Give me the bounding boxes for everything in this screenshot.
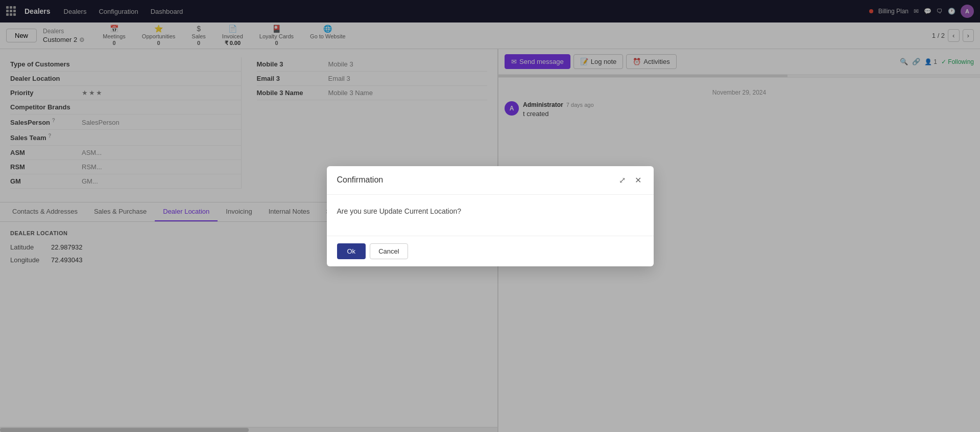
modal-message: Are you sure Update Current Location? — [337, 207, 643, 215]
modal-overlay: Confirmation ⤢ ✕ Are you sure Update Cur… — [0, 0, 980, 432]
modal-header-icons: ⤢ ✕ — [617, 174, 643, 186]
modal-body: Are you sure Update Current Location? — [327, 195, 654, 236]
modal-cancel-button[interactable]: Cancel — [370, 243, 408, 259]
modal-close-button[interactable]: ✕ — [633, 174, 643, 186]
confirmation-modal: Confirmation ⤢ ✕ Are you sure Update Cur… — [327, 166, 654, 266]
modal-ok-button[interactable]: Ok — [337, 243, 366, 259]
modal-footer: Ok Cancel — [327, 236, 654, 266]
modal-title: Confirmation — [337, 175, 384, 185]
modal-expand-button[interactable]: ⤢ — [617, 174, 628, 186]
modal-header: Confirmation ⤢ ✕ — [327, 166, 654, 195]
